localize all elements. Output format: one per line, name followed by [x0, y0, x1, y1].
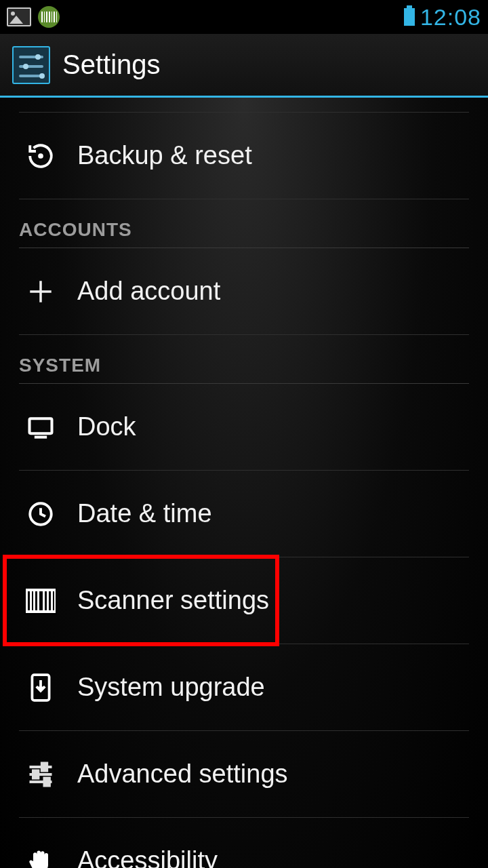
barcode-app-notification-icon: [38, 6, 60, 28]
settings-item-date-time[interactable]: Date & time: [19, 471, 469, 557]
clock-icon: [24, 498, 57, 530]
barcode-icon: [24, 585, 57, 617]
settings-app-icon: [12, 46, 50, 84]
section-header-system: SYSTEM: [19, 335, 469, 384]
settings-item-system-upgrade[interactable]: System upgrade: [19, 644, 469, 731]
svg-rect-3: [30, 418, 52, 433]
battery-icon: [404, 8, 415, 26]
settings-item-scanner-settings[interactable]: Scanner settings: [19, 557, 469, 644]
settings-item-label: Accessibility: [77, 846, 218, 868]
settings-item-label: Add account: [77, 277, 220, 306]
settings-item-dock[interactable]: Dock: [19, 384, 469, 471]
settings-item-label: Advanced settings: [77, 760, 288, 789]
settings-item-accessibility[interactable]: Accessibility: [19, 818, 469, 868]
section-header-label: ACCOUNTS: [19, 219, 132, 241]
settings-item-label: System upgrade: [77, 673, 265, 702]
divider: [19, 98, 469, 113]
svg-rect-9: [42, 763, 47, 770]
download-icon: [24, 671, 57, 704]
settings-item-label: Date & time: [77, 499, 212, 528]
dock-icon: [24, 411, 57, 443]
settings-item-label: Backup & reset: [77, 141, 252, 170]
settings-item-label: Scanner settings: [77, 586, 269, 615]
section-header-label: SYSTEM: [19, 355, 101, 376]
app-header: Settings: [0, 34, 488, 98]
svg-point-0: [38, 153, 43, 159]
section-header-accounts: ACCOUNTS: [19, 199, 469, 248]
settings-item-add-account[interactable]: Add account: [19, 248, 469, 335]
status-bar[interactable]: 12:08: [0, 0, 488, 34]
backup-reset-icon: [24, 140, 57, 172]
svg-rect-11: [33, 770, 38, 778]
settings-list[interactable]: Backup & reset ACCOUNTS Add account SYST…: [0, 98, 488, 868]
svg-rect-13: [45, 778, 49, 785]
settings-item-label: Dock: [77, 412, 136, 441]
settings-item-advanced-settings[interactable]: Advanced settings: [19, 731, 469, 818]
status-clock: 12:08: [420, 4, 481, 31]
sliders-icon: [24, 758, 57, 791]
settings-item-backup-reset[interactable]: Backup & reset: [19, 113, 469, 199]
hand-icon: [24, 845, 57, 869]
plus-icon: [24, 275, 57, 308]
app-title: Settings: [62, 50, 161, 80]
gallery-notification-icon: [7, 7, 31, 26]
